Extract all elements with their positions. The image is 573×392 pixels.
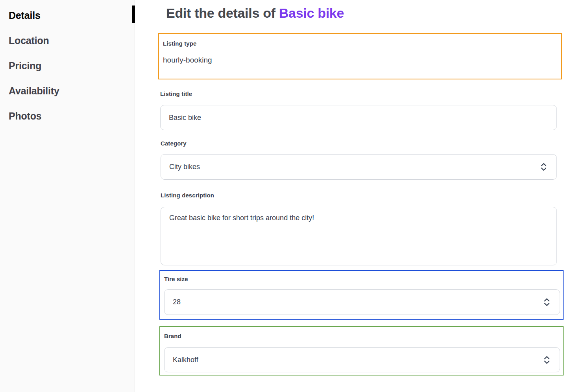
sidebar-item-pricing[interactable]: Pricing xyxy=(9,59,41,72)
sidebar-item-availability[interactable]: Availability xyxy=(9,84,59,98)
sidebar-item-label: Photos xyxy=(9,110,42,122)
listing-type-label: Listing type xyxy=(163,40,196,47)
tire-size-selected-value: 28 xyxy=(173,298,544,306)
listing-title-label: Listing title xyxy=(160,90,192,97)
brand-label: Brand xyxy=(164,333,181,339)
sidebar-item-label: Pricing xyxy=(9,60,41,72)
tire-size-group: Tire size 28 xyxy=(159,270,564,320)
sidebar-item-label: Details xyxy=(9,10,41,21)
listing-description-label: Listing description xyxy=(161,192,214,199)
active-tab-indicator xyxy=(132,6,135,23)
category-label: Category xyxy=(161,140,187,147)
sidebar-item-label: Availability xyxy=(9,85,59,97)
sidebar-item-details[interactable]: Details xyxy=(9,9,41,22)
chevron-up-down-icon xyxy=(544,356,550,364)
chevron-up-down-icon xyxy=(541,163,547,171)
brand-select[interactable]: Kalkhoff xyxy=(164,347,560,372)
listing-type-group: Listing type hourly-booking xyxy=(158,33,562,79)
sidebar-item-label: Location xyxy=(9,35,49,46)
brand-group: Brand Kalkhoff xyxy=(159,326,564,375)
main-content: Edit the details of Basic bike Listing t… xyxy=(135,0,573,392)
category-select[interactable]: City bikes xyxy=(161,154,557,180)
sidebar-item-photos[interactable]: Photos xyxy=(9,109,42,123)
tire-size-select[interactable]: 28 xyxy=(164,289,560,315)
category-selected-value: City bikes xyxy=(169,163,541,171)
listing-description-textarea[interactable]: Great basic bike for short trips around … xyxy=(161,207,557,265)
listing-edit-page: Details Location Pricing Availability Ph… xyxy=(0,0,573,392)
chevron-up-down-icon xyxy=(544,298,550,306)
sidebar: Details Location Pricing Availability Ph… xyxy=(0,0,135,392)
sidebar-item-location[interactable]: Location xyxy=(9,34,49,47)
listing-type-value: hourly-booking xyxy=(163,56,212,64)
brand-selected-value: Kalkhoff xyxy=(173,356,544,364)
listing-title-input[interactable] xyxy=(160,105,557,130)
page-title: Edit the details of Basic bike xyxy=(166,6,344,21)
tire-size-label: Tire size xyxy=(164,276,188,282)
page-title-prefix: Edit the details of xyxy=(166,6,279,20)
page-title-listing-name: Basic bike xyxy=(279,6,344,20)
